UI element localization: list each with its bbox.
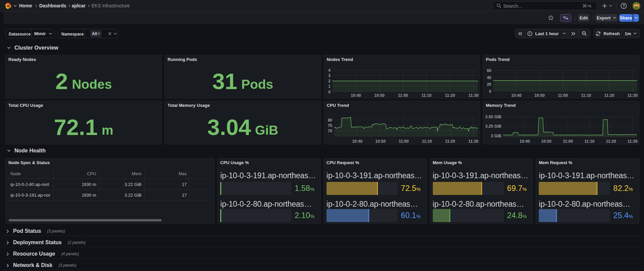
svg-text:10:50: 10:50 — [374, 93, 385, 98]
svg-text:3.25 GiB: 3.25 GiB — [485, 124, 502, 129]
svg-text:11:10: 11:10 — [584, 139, 594, 144]
svg-text:11:20: 11:20 — [604, 93, 614, 98]
svg-text:70: 70 — [328, 129, 332, 133]
svg-text:75: 75 — [328, 123, 332, 128]
svg-text:80: 80 — [328, 118, 332, 123]
svg-text:10:40: 10:40 — [520, 139, 530, 144]
svg-text:11:20: 11:20 — [445, 139, 455, 144]
svg-text:10:40: 10:40 — [511, 93, 522, 98]
svg-text:11:10: 11:10 — [422, 139, 432, 144]
svg-text:3.50 GiB: 3.50 GiB — [485, 115, 502, 119]
svg-text:11:00: 11:00 — [399, 139, 409, 144]
svg-text:11:00: 11:00 — [398, 93, 408, 98]
svg-text:10:40: 10:40 — [352, 139, 362, 144]
svg-text:11:20: 11:20 — [606, 139, 616, 144]
svg-text:40: 40 — [487, 75, 491, 80]
svg-text:11:30: 11:30 — [468, 139, 478, 144]
svg-text:11:30: 11:30 — [628, 139, 638, 144]
svg-text:11:30: 11:30 — [468, 93, 478, 98]
svg-text:20: 20 — [487, 82, 491, 87]
svg-text:0: 0 — [489, 89, 491, 94]
svg-text:0: 0 — [328, 90, 331, 94]
svg-text:1: 1 — [328, 84, 331, 89]
svg-text:10:50: 10:50 — [375, 139, 386, 144]
svg-text:3 GiB: 3 GiB — [491, 134, 502, 138]
svg-text:2: 2 — [328, 79, 331, 83]
svg-text:?: ? — [623, 4, 625, 8]
svg-text:60: 60 — [487, 68, 491, 73]
svg-text:3: 3 — [328, 73, 331, 78]
svg-text:10:40: 10:40 — [351, 93, 361, 98]
svg-text:11:30: 11:30 — [628, 93, 638, 98]
svg-text:10:50: 10:50 — [541, 139, 552, 144]
svg-text:11:10: 11:10 — [581, 93, 591, 98]
svg-text:11:00: 11:00 — [558, 93, 568, 98]
svg-text:11:20: 11:20 — [445, 93, 455, 98]
svg-text:10:50: 10:50 — [535, 93, 545, 98]
svg-text:11:00: 11:00 — [563, 139, 573, 144]
svg-text:4: 4 — [328, 68, 331, 73]
svg-text:11:10: 11:10 — [421, 93, 431, 98]
